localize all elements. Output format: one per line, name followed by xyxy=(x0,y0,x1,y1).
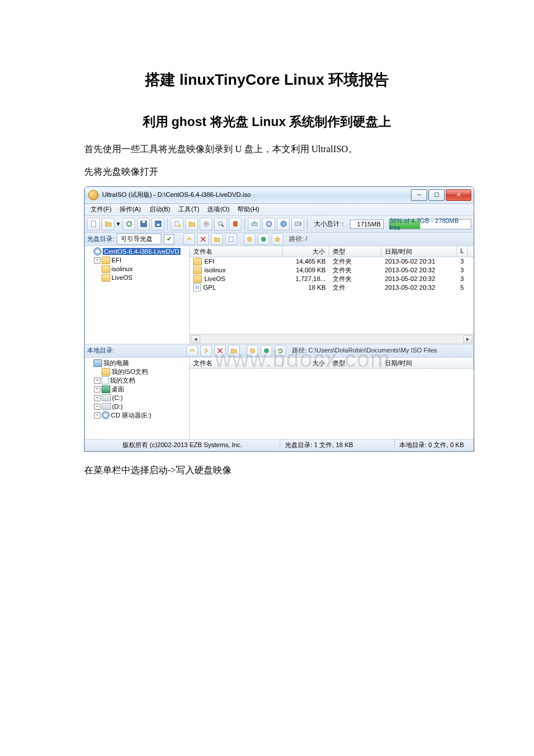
folder-icon xyxy=(102,274,110,282)
maximize-button[interactable]: ☐ xyxy=(428,189,445,201)
col-type[interactable]: 类型 xyxy=(329,246,381,257)
status-local: 本地目录: 0 文件, 0 KB xyxy=(395,440,474,451)
tree-item: +我的文档 xyxy=(86,376,188,385)
svg-point-20 xyxy=(250,348,255,353)
expand-icon: + xyxy=(94,377,100,384)
reload-icon[interactable] xyxy=(122,218,135,231)
menu-action[interactable]: 操作(A) xyxy=(116,204,145,215)
drive-icon xyxy=(102,403,111,410)
new-icon[interactable] xyxy=(87,218,100,231)
list-row[interactable]: LiveOS1,727,18...文件夹2013-05-02 20:323 xyxy=(190,275,474,283)
svg-rect-0 xyxy=(91,221,95,227)
local-label-icon[interactable] xyxy=(247,345,258,357)
local-up-icon[interactable] xyxy=(186,345,198,357)
desktop-icon xyxy=(102,386,110,393)
folder-icon xyxy=(102,265,110,273)
expand-icon: + xyxy=(94,257,100,264)
documents-icon xyxy=(102,376,109,384)
tree-item: +CD 驱动器(E:) xyxy=(86,411,188,420)
list-row[interactable]: isolinux14,009 KB文件夹2013-05-02 20:323 xyxy=(190,266,474,275)
folder-icon xyxy=(193,267,202,274)
open-icon[interactable] xyxy=(102,218,114,231)
hscrollbar[interactable]: ◄ ► xyxy=(190,334,474,344)
menubar: 文件(F) 操作(A) 启动(B) 工具(T) 选项(O) 帮助(H) xyxy=(85,204,474,216)
capacity-bar: 38% of 4.7GB - 2780MB free xyxy=(389,219,471,229)
menu-options[interactable]: 选项(O) xyxy=(204,204,233,215)
cd-path-label: 路径: xyxy=(289,235,304,242)
close-button[interactable]: ✕ xyxy=(446,189,471,201)
bookmark-icon[interactable] xyxy=(272,233,283,245)
col-name[interactable]: 文件名 xyxy=(190,246,283,257)
main-toolbar: ▾ ? 大小总计： 1715MB 38% of 4.7GB - 2780MB f… xyxy=(85,216,474,233)
save-icon[interactable] xyxy=(137,218,150,231)
cd-dir-label: 光盘目录: xyxy=(87,235,114,243)
paragraph-3: 在菜单栏中选择启动->写入硬盘映像 xyxy=(84,462,450,479)
col-size[interactable]: 大小 xyxy=(283,358,329,368)
local-path-label: 路径: xyxy=(292,347,306,354)
list-row[interactable]: GPL18 KB文件2013-05-02 20:325 xyxy=(190,283,474,292)
scroll-left-icon: ◄ xyxy=(191,335,200,343)
svg-point-21 xyxy=(264,348,269,353)
file-icon xyxy=(193,283,201,291)
size-total-value: 1715MB xyxy=(350,219,384,229)
add-files-icon[interactable] xyxy=(171,218,183,231)
tree-item: +(D:) xyxy=(86,402,188,411)
compress-icon[interactable] xyxy=(229,218,241,231)
scroll-right-icon: ► xyxy=(463,335,472,343)
cdrom-icon xyxy=(102,411,110,419)
properties-icon[interactable] xyxy=(225,233,237,245)
mount-icon[interactable] xyxy=(248,218,261,231)
col-type[interactable]: 类型 xyxy=(329,358,381,368)
folder-icon xyxy=(102,368,110,376)
local-delete-icon[interactable] xyxy=(214,345,226,357)
paragraph-1: 首先使用一些工具将光盘映像刻录到 U 盘上，本文利用 UltralISO。 xyxy=(84,141,450,158)
virtual-drive-icon[interactable] xyxy=(291,218,304,231)
menu-help[interactable]: 帮助(H) xyxy=(234,204,262,215)
svg-point-18 xyxy=(247,237,252,242)
saveas-icon[interactable] xyxy=(151,218,164,231)
checksum-icon[interactable]: ? xyxy=(277,218,290,231)
boot-type-combo[interactable]: 可引导光盘 xyxy=(117,233,161,244)
label-icon[interactable] xyxy=(244,233,255,245)
cd-file-list[interactable]: 文件名 大小 类型 日期/时间 L EFI14,485 KB文件夹2013-05… xyxy=(190,246,474,344)
col-date[interactable]: 日期/时间 xyxy=(381,246,457,257)
drive-icon xyxy=(102,394,111,401)
bootable-check-icon[interactable]: ✔ xyxy=(164,234,174,244)
app-icon xyxy=(88,190,99,200)
local-forward-icon[interactable] xyxy=(200,345,212,357)
menu-tools[interactable]: 工具(T) xyxy=(175,204,203,215)
local-tree[interactable]: 我的电脑 我的ISO文档 +我的文档 +桌面 +(C:) +(D:) +CD 驱… xyxy=(85,358,190,439)
up-icon[interactable] xyxy=(183,233,195,245)
local-path-value: C:\Users\DolaRobin\Documents\My ISO File… xyxy=(308,347,437,354)
newfolder-icon[interactable] xyxy=(211,233,223,245)
search-icon[interactable] xyxy=(214,218,227,231)
col-date[interactable]: 日期/时间 xyxy=(381,358,474,368)
local-file-list[interactable]: 文件名 大小 类型 日期/时间 xyxy=(190,358,474,439)
col-extra[interactable]: L xyxy=(457,246,468,257)
menu-boot[interactable]: 启动(B) xyxy=(146,204,174,215)
tree-item: isolinux xyxy=(86,265,188,273)
list-row[interactable]: EFI14,485 KB文件夹2013-05-02 20:313 xyxy=(190,257,474,266)
extract-icon[interactable] xyxy=(200,218,212,231)
col-name[interactable]: 文件名 xyxy=(190,358,283,368)
tree-item: +EFI xyxy=(86,256,188,265)
folder-icon xyxy=(193,258,202,265)
add-folder-icon[interactable] xyxy=(185,218,198,231)
menu-file[interactable]: 文件(F) xyxy=(87,204,115,215)
svg-rect-11 xyxy=(251,223,257,226)
local-options-icon[interactable] xyxy=(261,345,272,357)
delete-icon[interactable] xyxy=(197,233,209,245)
options-icon[interactable] xyxy=(258,233,269,245)
local-refresh-icon[interactable] xyxy=(275,345,286,357)
tree-item: 我的ISO文档 xyxy=(86,368,188,376)
svg-point-13 xyxy=(268,224,269,225)
dropdown-arrow-icon[interactable]: ▾ xyxy=(116,218,121,230)
col-size[interactable]: 大小 xyxy=(283,246,329,257)
burn-icon[interactable] xyxy=(262,218,275,231)
computer-icon xyxy=(93,359,102,367)
ultraiso-window: UltraISO (试用版) - D:\CentOS-6.4-i386-Live… xyxy=(84,186,474,452)
local-newfolder-icon[interactable] xyxy=(228,345,240,357)
tree-item: +桌面 xyxy=(86,385,188,394)
minimize-button[interactable]: ─ xyxy=(411,189,427,201)
cd-tree[interactable]: CentOS-6.4-i386-LiveDVD +EFI isolinux Li… xyxy=(85,246,190,344)
